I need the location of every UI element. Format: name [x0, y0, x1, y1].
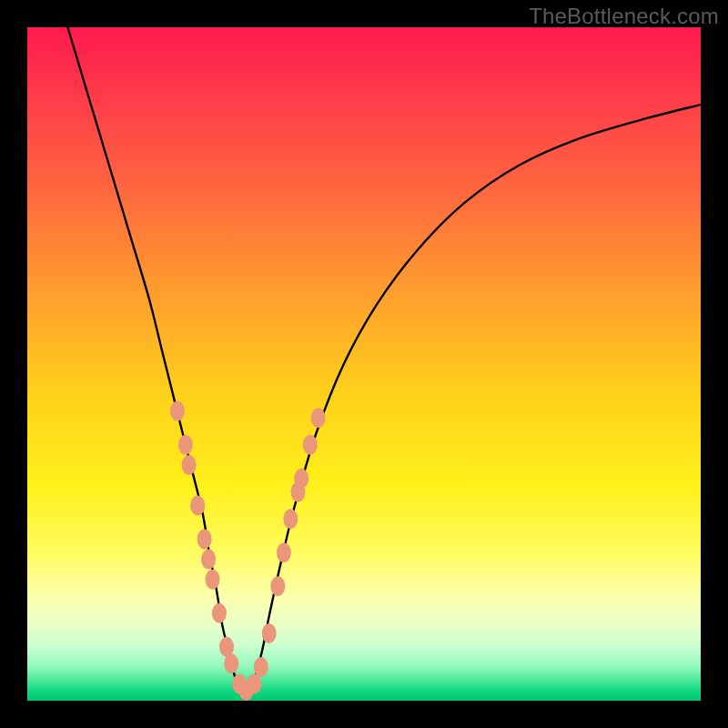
- data-marker: [270, 576, 285, 596]
- chart-svg: [27, 27, 701, 701]
- data-marker: [254, 657, 268, 677]
- watermark-text: TheBottleneck.com: [529, 4, 719, 29]
- data-marker: [206, 570, 220, 590]
- data-marker: [212, 603, 227, 623]
- data-marker: [262, 623, 277, 643]
- data-marker: [303, 435, 318, 455]
- data-marker: [294, 469, 308, 489]
- data-marker: [170, 401, 185, 421]
- marker-group: [170, 401, 326, 701]
- bottleneck-curve-path: [67, 27, 701, 691]
- data-marker: [224, 653, 238, 673]
- data-marker: [201, 550, 216, 570]
- data-marker: [283, 509, 298, 529]
- chart-frame: TheBottleneck.com: [0, 0, 728, 728]
- data-marker: [182, 455, 197, 475]
- plot-area: [27, 27, 701, 701]
- data-marker: [190, 495, 205, 515]
- data-marker: [277, 542, 291, 562]
- data-marker: [247, 674, 261, 694]
- data-marker: [311, 408, 326, 428]
- data-marker: [178, 435, 193, 455]
- data-marker: [197, 529, 212, 549]
